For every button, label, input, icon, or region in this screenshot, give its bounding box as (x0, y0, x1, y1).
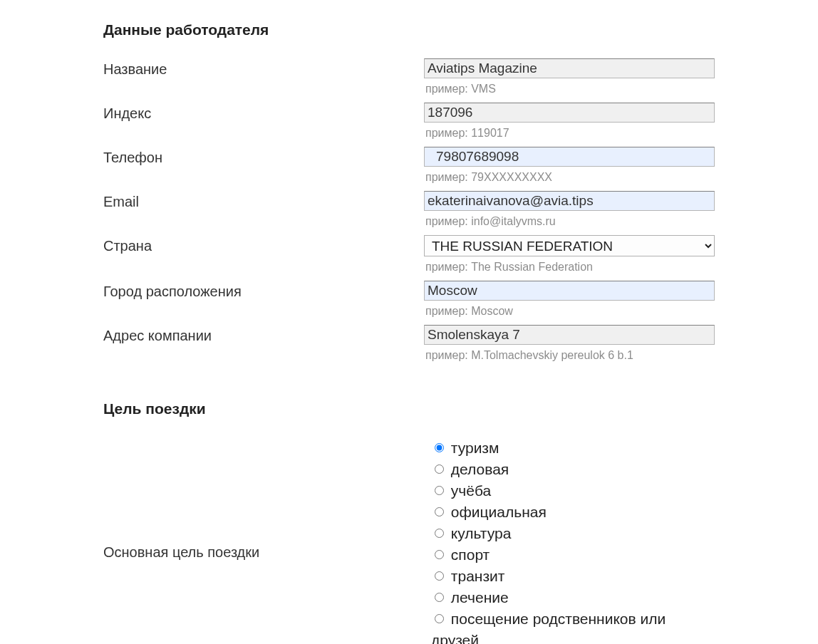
row-employer-email: Email пример: info@italyvms.ru (103, 191, 715, 235)
radio-item-trip-purpose[interactable]: лечение (431, 587, 715, 608)
label-employer-address: Адрес компании (103, 325, 424, 344)
label-employer-city: Город расположения (103, 281, 424, 300)
hint-employer-name: пример: VMS (425, 83, 715, 95)
input-employer-email[interactable] (424, 191, 715, 211)
label-employer-name: Название (103, 58, 424, 78)
radio-label-text: транзит (447, 568, 504, 584)
row-employer-index: Индекс пример: 119017 (103, 103, 715, 147)
label-employer-index: Индекс (103, 103, 424, 122)
radio-item-trip-purpose[interactable]: спорт (431, 544, 715, 566)
radio-label-text: культура (447, 525, 511, 541)
label-employer-phone: Телефон (103, 147, 424, 166)
radio-input-trip-purpose[interactable] (435, 529, 444, 538)
radio-label-text: туризм (447, 440, 499, 456)
radio-label-text: деловая (447, 461, 509, 477)
input-employer-address[interactable] (424, 325, 715, 345)
radio-item-trip-purpose[interactable]: официальная (431, 502, 715, 523)
radio-item-trip-purpose[interactable]: транзит (431, 566, 715, 587)
input-employer-city[interactable] (424, 281, 715, 301)
radio-input-trip-purpose[interactable] (435, 464, 444, 474)
employer-section-title: Данные работодателя (103, 21, 715, 38)
row-employer-name: Название пример: VMS (103, 58, 715, 103)
row-employer-country: Страна THE RUSSIAN FEDERATION пример: Th… (103, 235, 715, 281)
radio-label-text: учёба (447, 482, 491, 499)
input-employer-phone[interactable] (424, 147, 715, 167)
hint-employer-city: пример: Moscow (425, 305, 715, 318)
hint-employer-country: пример: The Russian Federation (425, 261, 715, 274)
radio-input-trip-purpose[interactable] (435, 507, 444, 516)
radio-input-trip-purpose[interactable] (435, 443, 444, 452)
form-container: Данные работодателя Название пример: VMS… (0, 0, 818, 644)
row-employer-phone: Телефон пример: 79XXXXXXXXX (103, 147, 715, 191)
hint-employer-phone: пример: 79XXXXXXXXX (425, 171, 715, 184)
radio-input-trip-purpose[interactable] (435, 486, 444, 495)
row-employer-city: Город расположения пример: Moscow (103, 281, 715, 325)
radio-item-trip-purpose[interactable]: деловая (431, 459, 715, 480)
radio-item-trip-purpose[interactable]: культура (431, 523, 715, 544)
radio-input-trip-purpose[interactable] (435, 571, 444, 581)
label-employer-country: Страна (103, 235, 424, 254)
row-trip-purpose: Основная цель поездки туризм деловая учё… (103, 437, 715, 644)
input-employer-name[interactable] (424, 58, 715, 78)
hint-employer-email: пример: info@italyvms.ru (425, 215, 715, 228)
radio-input-trip-purpose[interactable] (435, 550, 444, 559)
radio-label-text: посещение родственников или друзей (431, 611, 666, 644)
radio-label-text: официальная (447, 504, 547, 520)
trip-section-title: Цель поездки (103, 400, 715, 417)
radio-input-trip-purpose[interactable] (435, 614, 444, 623)
select-employer-country[interactable]: THE RUSSIAN FEDERATION (424, 235, 715, 256)
label-employer-email: Email (103, 191, 424, 210)
radio-item-trip-purpose[interactable]: учёба (431, 480, 715, 502)
radio-group-trip-purpose: туризм деловая учёба официальная культур… (424, 437, 715, 644)
hint-employer-address: пример: M.Tolmachevskiy pereulok 6 b.1 (425, 349, 715, 362)
row-employer-address: Адрес компании пример: M.Tolmachevskiy p… (103, 325, 715, 369)
radio-input-trip-purpose[interactable] (435, 593, 444, 602)
radio-label-text: спорт (447, 546, 490, 563)
label-trip-purpose: Основная цель поездки (103, 437, 424, 561)
radio-item-trip-purpose[interactable]: туризм (431, 437, 715, 459)
radio-label-text: лечение (447, 589, 509, 606)
radio-item-trip-purpose[interactable]: посещение родственников или друзей (431, 608, 715, 644)
hint-employer-index: пример: 119017 (425, 127, 715, 140)
input-employer-index[interactable] (424, 103, 715, 123)
